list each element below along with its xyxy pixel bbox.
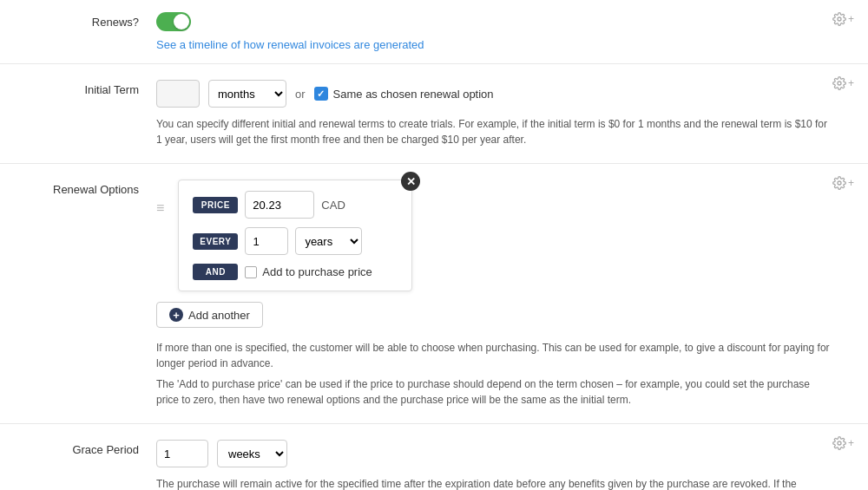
- add-another-plus-icon: +: [169, 308, 183, 322]
- initial-term-section: Initial Term months years or Same as cho…: [0, 64, 868, 164]
- add-another-button[interactable]: + Add another: [156, 302, 263, 328]
- drag-handle-wrapper: ≡: [156, 180, 168, 216]
- price-input[interactable]: [245, 191, 314, 219]
- grace-period-gear[interactable]: +: [832, 436, 854, 450]
- initial-term-number-input[interactable]: [156, 80, 200, 108]
- same-as-checkbox-row: Same as chosen renewal option: [314, 87, 494, 101]
- renewal-card-close-button[interactable]: ✕: [401, 172, 420, 191]
- price-badge: PRICE: [193, 197, 238, 213]
- every-row: EVERY days weeks months years: [193, 227, 398, 255]
- period-select[interactable]: days weeks months years: [295, 227, 362, 255]
- and-row: AND Add to purchase price: [193, 264, 398, 280]
- renewal-options-label: Renewal Options: [17, 180, 156, 196]
- add-purchase-label: Add to purchase price: [262, 265, 372, 278]
- renewal-info-2: The 'Add to purchase price' can be used …: [156, 376, 833, 408]
- initial-term-label: Initial Term: [17, 80, 156, 96]
- initial-term-info: You can specify different initial and re…: [156, 116, 833, 147]
- grace-period-content: days weeks months The purchase will rema…: [156, 440, 851, 490]
- renews-toggle[interactable]: [156, 12, 191, 31]
- svg-point-2: [838, 181, 841, 185]
- and-badge: AND: [193, 264, 238, 280]
- grace-period-info: The purchase will remain active for the …: [156, 476, 833, 490]
- initial-term-period-select[interactable]: months years: [208, 80, 286, 108]
- same-as-checkbox[interactable]: [314, 87, 328, 101]
- currency-label: CAD: [321, 199, 345, 212]
- add-purchase-row: Add to purchase price: [245, 265, 372, 278]
- renews-label: Renews?: [17, 12, 156, 29]
- grace-period-row: days weeks months: [156, 440, 851, 467]
- renewal-options-section: Renewal Options ≡ ✕ PRICE CAD EVERY: [0, 164, 868, 424]
- grace-period-gear-plus: +: [848, 437, 854, 449]
- renews-content: See a timeline of how renewal invoices a…: [156, 12, 851, 51]
- grace-period-section: Grace Period days weeks months The purch…: [0, 424, 868, 490]
- grace-period-select[interactable]: days weeks months: [217, 440, 287, 467]
- renewal-invoices-link[interactable]: See a timeline of how renewal invoices a…: [156, 38, 424, 51]
- every-input[interactable]: [245, 227, 288, 255]
- or-text: or: [295, 88, 306, 101]
- renewal-info-1: If more than one is specified, the custo…: [156, 340, 833, 371]
- every-badge: EVERY: [193, 233, 238, 250]
- initial-term-gear[interactable]: +: [832, 76, 854, 90]
- grace-period-input[interactable]: [156, 440, 208, 467]
- svg-point-3: [838, 441, 841, 445]
- same-as-label: Same as chosen renewal option: [333, 88, 494, 101]
- add-purchase-checkbox[interactable]: [245, 266, 257, 278]
- grace-period-label: Grace Period: [17, 440, 156, 456]
- initial-term-content: months years or Same as chosen renewal o…: [156, 80, 851, 147]
- drag-handle-icon[interactable]: ≡: [156, 200, 164, 216]
- renews-gear[interactable]: +: [832, 12, 854, 26]
- renewal-options-content: ≡ ✕ PRICE CAD EVERY days weeks m: [156, 180, 851, 408]
- renewal-card-wrapper: ≡ ✕ PRICE CAD EVERY days weeks m: [156, 180, 851, 291]
- renewal-options-gear-plus: +: [848, 177, 854, 189]
- svg-point-0: [838, 17, 841, 21]
- gear-plus: +: [848, 13, 854, 25]
- add-another-label: Add another: [188, 309, 250, 322]
- price-row: PRICE CAD: [193, 191, 398, 219]
- initial-term-gear-plus: +: [848, 77, 854, 89]
- svg-point-1: [838, 82, 841, 85]
- initial-term-row: months years or Same as chosen renewal o…: [156, 80, 851, 108]
- renewal-card: ✕ PRICE CAD EVERY days weeks months year…: [178, 180, 412, 291]
- renewal-options-gear[interactable]: +: [832, 176, 854, 190]
- renews-section: Renews? See a timeline of how renewal in…: [0, 0, 868, 64]
